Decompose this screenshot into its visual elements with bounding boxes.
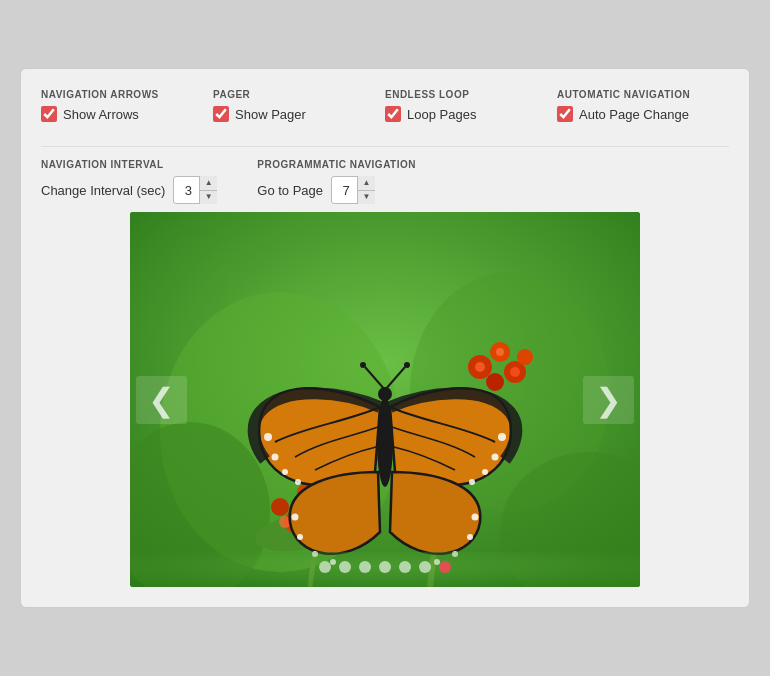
svg-point-15 [475, 362, 485, 372]
interval-spinner: ▲ ▼ [173, 176, 217, 204]
svg-point-41 [472, 514, 479, 521]
svg-point-14 [517, 349, 533, 365]
pager-group: PAGER Show Pager [213, 85, 385, 130]
programmatic-input-row: Go to Page ▲ ▼ [257, 176, 416, 204]
controls-row-1: NAVIGATION ARROWS Show Arrows PAGER Show… [41, 85, 729, 130]
svg-point-26 [360, 362, 366, 368]
pager-dot-3[interactable] [359, 561, 371, 573]
pager-dot-2[interactable] [339, 561, 351, 573]
next-arrow-button[interactable]: ❯ [583, 376, 634, 424]
controls-row-2: NAVIGATION INTERVAL Change Interval (sec… [41, 159, 729, 204]
svg-point-33 [498, 433, 506, 441]
interval-group: NAVIGATION INTERVAL Change Interval (sec… [41, 159, 217, 204]
svg-point-42 [467, 534, 473, 540]
slideshow-wrapper: ❮ ❯ [41, 212, 729, 587]
svg-point-31 [282, 469, 288, 475]
auto-page-change-checkbox[interactable] [557, 106, 573, 122]
auto-page-change-row: Auto Page Change [557, 106, 721, 122]
pager-dot-7[interactable] [439, 561, 451, 573]
loop-pages-label[interactable]: Loop Pages [407, 107, 476, 122]
show-arrows-checkbox[interactable] [41, 106, 57, 122]
svg-point-16 [496, 348, 504, 356]
loop-pages-row: Loop Pages [385, 106, 549, 122]
show-pager-label[interactable]: Show Pager [235, 107, 306, 122]
svg-point-29 [264, 433, 272, 441]
pager-dot-5[interactable] [399, 561, 411, 573]
nav-arrows-group: NAVIGATION ARROWS Show Arrows [41, 85, 213, 130]
interval-input-row: Change Interval (sec) ▲ ▼ [41, 176, 217, 204]
butterfly-svg [130, 212, 640, 587]
svg-point-35 [482, 469, 488, 475]
pager-dot-6[interactable] [419, 561, 431, 573]
svg-point-13 [486, 373, 504, 391]
endless-loop-group: ENDLESS LOOP Loop Pages [385, 85, 557, 130]
show-pager-row: Show Pager [213, 106, 377, 122]
butterfly-scene [130, 212, 640, 587]
svg-point-28 [404, 362, 410, 368]
interval-label: NAVIGATION INTERVAL [41, 159, 217, 170]
main-panel: NAVIGATION ARROWS Show Arrows PAGER Show… [20, 68, 750, 608]
go-to-page-label: Go to Page [257, 183, 323, 198]
svg-point-30 [272, 454, 279, 461]
loop-pages-checkbox[interactable] [385, 106, 401, 122]
svg-point-20 [271, 498, 289, 516]
pager-dots [319, 561, 451, 573]
auto-nav-group: AUTOMATIC NAVIGATION Auto Page Change [557, 85, 729, 130]
page-spinner: ▲ ▼ [331, 176, 375, 204]
show-pager-checkbox[interactable] [213, 106, 229, 122]
pager-label: PAGER [213, 89, 377, 100]
svg-point-32 [295, 479, 301, 485]
svg-point-36 [469, 479, 475, 485]
auto-page-change-label[interactable]: Auto Page Change [579, 107, 689, 122]
prev-arrow-button[interactable]: ❮ [136, 376, 187, 424]
show-arrows-row: Show Arrows [41, 106, 205, 122]
show-arrows-label[interactable]: Show Arrows [63, 107, 139, 122]
svg-point-34 [492, 454, 499, 461]
auto-nav-label: AUTOMATIC NAVIGATION [557, 89, 721, 100]
page-down-button[interactable]: ▼ [358, 191, 375, 205]
svg-point-37 [292, 514, 299, 521]
pager-dot-4[interactable] [379, 561, 391, 573]
nav-arrows-label: NAVIGATION ARROWS [41, 89, 205, 100]
change-interval-label: Change Interval (sec) [41, 183, 165, 198]
interval-up-button[interactable]: ▲ [200, 176, 217, 191]
page-spinner-buttons: ▲ ▼ [357, 176, 375, 204]
endless-loop-label: ENDLESS LOOP [385, 89, 549, 100]
programmatic-group: PROGRAMMATIC NAVIGATION Go to Page ▲ ▼ [257, 159, 416, 204]
interval-down-button[interactable]: ▼ [200, 191, 217, 205]
svg-point-17 [510, 367, 520, 377]
programmatic-label: PROGRAMMATIC NAVIGATION [257, 159, 416, 170]
slideshow-container: ❮ ❯ [130, 212, 640, 587]
pager-dot-1[interactable] [319, 561, 331, 573]
divider [41, 146, 729, 147]
interval-spinner-buttons: ▲ ▼ [199, 176, 217, 204]
page-up-button[interactable]: ▲ [358, 176, 375, 191]
svg-point-38 [297, 534, 303, 540]
